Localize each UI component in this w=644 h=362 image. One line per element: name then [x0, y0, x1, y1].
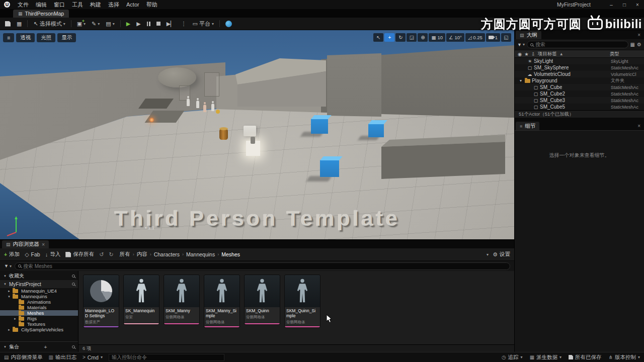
add-collection-icon[interactable]: +: [44, 344, 47, 350]
console-input-box[interactable]: [109, 354, 224, 361]
level-viewport[interactable]: Third Person Template ▪1.1 ≡ 透视 光照 显示 ↖ …: [0, 30, 514, 239]
menu-select[interactable]: 选择: [105, 1, 123, 9]
map-tab[interactable]: ▦ ThirdPersonMap: [13, 10, 69, 18]
scale-snap-control[interactable]: ◿ 0.25: [465, 33, 485, 42]
outliner-view-icon[interactable]: ▦: [630, 42, 635, 47]
quick-add-dropdown[interactable]: ▣▾: [75, 20, 88, 28]
expander-icon[interactable]: ▾: [7, 295, 11, 299]
expander-icon[interactable]: ▸: [7, 289, 11, 293]
outliner-row-sm-cube2[interactable]: ▢ SM_Cube2 StaticMeshAc: [515, 90, 644, 97]
camera-speed-control[interactable]: 1: [486, 33, 500, 42]
cmd-dropdown[interactable]: > Cmd ▾: [83, 354, 103, 360]
search-icon[interactable]: [72, 283, 75, 286]
outliner-row-sm-cube[interactable]: ▢ SM_Cube StaticMeshAc: [515, 84, 644, 90]
expander-icon[interactable]: ▸: [13, 317, 17, 321]
outliner-row-sm-cube3[interactable]: ▢ SM_Cube3 StaticMeshAc: [515, 97, 644, 104]
outliner-tab[interactable]: ▤ 大纲: [516, 31, 541, 39]
close-icon[interactable]: ×: [637, 123, 640, 129]
tree-item-materials[interactable]: Materials: [0, 305, 78, 310]
outliner-row-playground-folder[interactable]: ▾ Playground 文件夹: [515, 77, 644, 84]
breadcrumb-item[interactable]: Characters: [154, 251, 180, 257]
outliner-search-box[interactable]: [527, 41, 628, 48]
search-icon[interactable]: [72, 345, 75, 348]
expander-icon[interactable]: ▾: [520, 78, 525, 83]
play-button[interactable]: ▶: [124, 20, 132, 28]
tree-item-mannequin-ue4[interactable]: ▸ Mannequin_UE4: [0, 288, 78, 294]
collections-header[interactable]: ▾ 集合 +: [0, 343, 78, 351]
asset-tile-skm-manny-simple[interactable]: SKM_Manny_Simple 骨骼网格体: [204, 275, 239, 327]
details-tab[interactable]: ≡ 细节: [516, 122, 539, 130]
menu-edit[interactable]: 编辑: [32, 1, 50, 9]
pause-button[interactable]: [145, 21, 152, 27]
menu-build[interactable]: 构建: [87, 1, 105, 9]
grid-snap-control[interactable]: ▦ 10: [429, 33, 445, 42]
outliner-row-sm-cube5[interactable]: ▢ SM_Cube5 StaticMeshAc: [515, 104, 644, 110]
asset-tile-skm-quinn-simple[interactable]: SKM_Quinn_Simple 骨骼网格体: [285, 275, 320, 327]
outliner-row-volumetriccloud[interactable]: ☁ VolumetricCloud VolumetricCl: [515, 71, 644, 77]
rotation-snap-control[interactable]: ∠ 10°: [446, 33, 464, 42]
outliner-row-skylight[interactable]: ☀ SkyLight SkyLight: [515, 58, 644, 64]
close-icon[interactable]: ×: [637, 32, 640, 38]
breadcrumb-item-current[interactable]: Meshes: [221, 251, 240, 257]
play-options-button[interactable]: ⋮: [179, 20, 189, 28]
viewport-options-button[interactable]: ≡: [3, 33, 14, 42]
tree-item-mannequins[interactable]: ▾ Mannequins: [0, 294, 78, 299]
outliner-filter-button[interactable]: ▼▾: [517, 42, 525, 47]
console-input[interactable]: [112, 354, 221, 360]
editor-modes-icon[interactable]: ▦: [15, 20, 24, 28]
outliner-search-input[interactable]: [535, 42, 625, 47]
forward-button[interactable]: ↻: [109, 251, 113, 258]
import-button[interactable]: ↓导入: [45, 251, 61, 258]
show-flags-dropdown[interactable]: 显示: [57, 33, 76, 42]
asset-tile-sk-mannequin[interactable]: SK_Mannequin 骨架: [124, 275, 159, 324]
revision-control-dropdown[interactable]: ⋔ 版本控制 ▾: [609, 354, 640, 361]
breadcrumb-item[interactable]: 内容: [137, 251, 147, 258]
back-button[interactable]: ↺: [99, 251, 104, 258]
translate-tool-button[interactable]: +: [384, 33, 394, 42]
project-root-section[interactable]: ▾ MyFirstProject: [0, 280, 78, 288]
output-log-button[interactable]: ▥ 输出日志: [48, 354, 76, 361]
perspective-dropdown[interactable]: 透视: [16, 33, 35, 42]
tree-item-citysamplevehicles[interactable]: ▸ CitySampleVehicles: [0, 327, 78, 332]
world-space-toggle[interactable]: ⊕: [418, 33, 428, 42]
maximize-button[interactable]: □: [618, 2, 631, 8]
expander-icon[interactable]: ▾: [3, 282, 7, 286]
select-tool-button[interactable]: ↖: [373, 33, 383, 42]
breadcrumb-item[interactable]: Mannequins: [186, 251, 215, 257]
expander-icon[interactable]: ▸: [7, 328, 11, 332]
save-all-button[interactable]: 保存所有: [65, 251, 94, 258]
trace-dropdown[interactable]: ◷ 追踪 ▾: [502, 354, 523, 361]
asset-grid[interactable]: Mannequin_LOD Settings 数据资产 SK_Mannequin…: [78, 271, 514, 344]
search-icon[interactable]: [72, 275, 75, 278]
asset-search-box[interactable]: [15, 262, 510, 270]
chevron-down-icon[interactable]: ▾: [487, 252, 489, 257]
add-button[interactable]: +添加: [4, 251, 20, 258]
tree-item-animations[interactable]: Animations: [0, 299, 78, 305]
menu-tools[interactable]: 工具: [68, 1, 87, 9]
menu-window[interactable]: 窗口: [50, 1, 68, 9]
breadcrumb-item[interactable]: 所有: [120, 251, 130, 258]
tree-item-meshes-selected[interactable]: Meshes: [0, 310, 78, 316]
menu-file[interactable]: 文件: [14, 1, 32, 9]
blueprints-dropdown[interactable]: ✎▾: [90, 20, 102, 28]
save-button[interactable]: [3, 20, 13, 28]
expander-icon[interactable]: ▾: [3, 345, 7, 349]
close-icon[interactable]: ×: [42, 241, 45, 247]
rotate-tool-button[interactable]: ↻: [395, 33, 406, 42]
eject-button[interactable]: ▶▏: [165, 20, 177, 28]
asset-tile-skm-quinn[interactable]: SKM_Quinn 骨骼网格体: [245, 275, 280, 324]
tree-item-textures[interactable]: Textures: [0, 321, 78, 327]
select-mode-dropdown[interactable]: ↖ 选择模式 ▾: [31, 19, 67, 29]
favorites-section[interactable]: ▾ 收藏夹: [0, 272, 78, 280]
frame-skip-button[interactable]: ▶: [134, 20, 142, 28]
outliner-row-skysphere[interactable]: ▢ SM_SkySphere StaticMeshAc: [515, 64, 644, 71]
content-browser-tab[interactable]: ▤ 内容浏览器 ×: [2, 240, 49, 248]
content-drawer-button[interactable]: ▤ 内容侧滑菜单: [4, 354, 42, 361]
tree-item-rigs[interactable]: ▸ Rigs: [0, 316, 78, 321]
menu-help[interactable]: 帮助: [143, 1, 161, 9]
all-saved-indicator[interactable]: 所有已保存: [569, 354, 602, 361]
maximize-viewport-button[interactable]: ◱: [501, 33, 511, 42]
expander-icon[interactable]: ▾: [3, 274, 7, 278]
view-mode-dropdown[interactable]: 光照: [37, 33, 55, 42]
web-services-button[interactable]: [223, 20, 234, 28]
